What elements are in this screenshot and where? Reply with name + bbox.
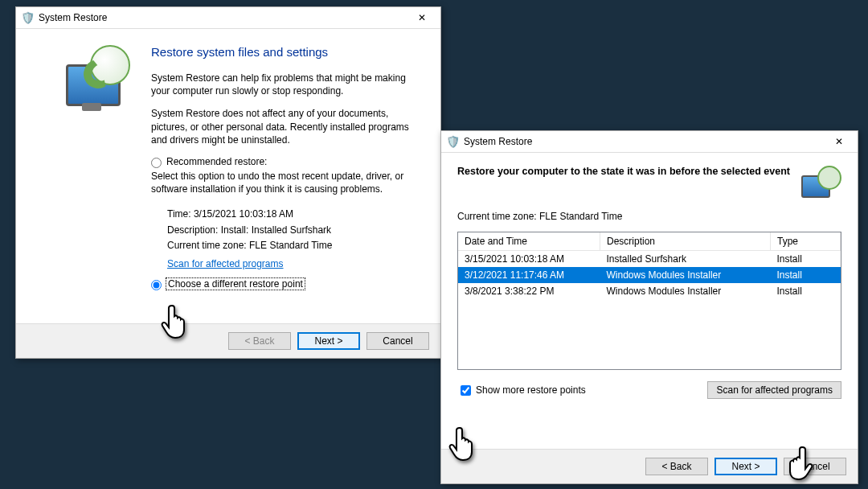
system-restore-icon: 🛡️ xyxy=(21,11,34,24)
col-type[interactable]: Type xyxy=(771,232,841,251)
cancel-button[interactable]: Cancel xyxy=(784,458,846,475)
table-row[interactable]: 3/8/2021 3:38:22 PMWindows Modules Insta… xyxy=(458,283,841,299)
back-button[interactable]: < Back xyxy=(645,458,708,475)
dialog-body: Restore system files and settings System… xyxy=(16,29,440,323)
cancel-button[interactable]: Cancel xyxy=(366,332,429,350)
table-row[interactable]: 3/15/2021 10:03:18 AMInstalled Surfshark… xyxy=(458,251,841,268)
cell-date: 3/15/2021 10:03:18 AM xyxy=(458,251,600,268)
recommended-restore-desc: Select this option to undo the most rece… xyxy=(151,170,418,195)
page-heading: Restore your computer to the state it wa… xyxy=(457,166,790,177)
system-restore-icon: 🛡️ xyxy=(446,135,459,148)
cell-type: Install xyxy=(771,283,841,299)
cell-type: Install xyxy=(771,267,841,283)
back-button: < Back xyxy=(228,332,291,350)
system-restore-dialog-1: 🛡️ System Restore ✕ Restore system files… xyxy=(15,6,441,359)
button-row: < Back Next > Cancel xyxy=(441,449,858,483)
cell-type: Install xyxy=(771,251,841,268)
cell-date: 3/12/2021 11:17:46 AM xyxy=(458,267,600,283)
cell-desc: Installed Surfshark xyxy=(600,251,771,268)
cell-desc: Windows Modules Installer xyxy=(600,283,771,299)
table-row[interactable]: 3/12/2021 11:17:46 AMWindows Modules Ins… xyxy=(458,267,841,283)
cell-desc: Windows Modules Installer xyxy=(600,267,771,283)
page-heading: Restore system files and settings xyxy=(151,45,418,59)
scan-affected-programs-link[interactable]: Scan for affected programs xyxy=(167,257,284,272)
window-title: System Restore xyxy=(39,12,408,23)
choose-different-restore-radio[interactable] xyxy=(151,280,162,290)
cell-date: 3/8/2021 3:38:22 PM xyxy=(458,283,600,299)
next-button[interactable]: Next > xyxy=(297,332,360,350)
choose-different-restore-label: Choose a different restore point xyxy=(166,278,305,290)
recommended-restore-label: Recommended restore: xyxy=(166,156,267,167)
close-button[interactable]: ✕ xyxy=(825,134,853,150)
system-restore-dialog-2: 🛡️ System Restore ✕ Restore your compute… xyxy=(440,130,858,484)
button-row: < Back Next > Cancel xyxy=(16,323,440,358)
table-header-row[interactable]: Date and Time Description Type xyxy=(458,232,841,251)
restore-graphic xyxy=(798,166,841,201)
restore-points-table[interactable]: Date and Time Description Type 3/15/2021… xyxy=(457,232,841,370)
recommended-restore-option[interactable]: Recommended restore: xyxy=(151,156,418,168)
scan-affected-programs-button[interactable]: Scan for affected programs xyxy=(707,381,841,399)
restore-time-value: Time: 3/15/2021 10:03:18 AM xyxy=(167,207,418,222)
dialog-header: Restore your computer to the state it wa… xyxy=(441,153,858,206)
title-bar[interactable]: 🛡️ System Restore ✕ xyxy=(16,7,440,29)
choose-different-restore-option[interactable]: Choose a different restore point xyxy=(151,278,418,290)
current-timezone: Current time zone: FLE Standard Time xyxy=(441,206,858,227)
close-button[interactable]: ✕ xyxy=(408,10,436,26)
restore-description-value: Description: Install: Installed Surfshar… xyxy=(167,223,418,238)
title-bar[interactable]: 🛡️ System Restore ✕ xyxy=(441,131,858,153)
intro-paragraph-1: System Restore can help fix problems tha… xyxy=(151,72,418,97)
restore-timezone-value: Current time zone: FLE Standard Time xyxy=(167,238,418,253)
window-title: System Restore xyxy=(464,136,825,147)
intro-paragraph-2: System Restore does not affect any of yo… xyxy=(151,107,418,146)
col-description[interactable]: Description xyxy=(600,232,771,251)
col-date[interactable]: Date and Time xyxy=(458,232,600,251)
recommended-restore-radio[interactable] xyxy=(151,158,162,168)
show-more-restore-points-label: Show more restore points xyxy=(476,384,586,396)
show-more-restore-points-checkbox[interactable] xyxy=(461,385,471,396)
next-button[interactable]: Next > xyxy=(714,458,777,475)
restore-graphic xyxy=(39,45,151,312)
